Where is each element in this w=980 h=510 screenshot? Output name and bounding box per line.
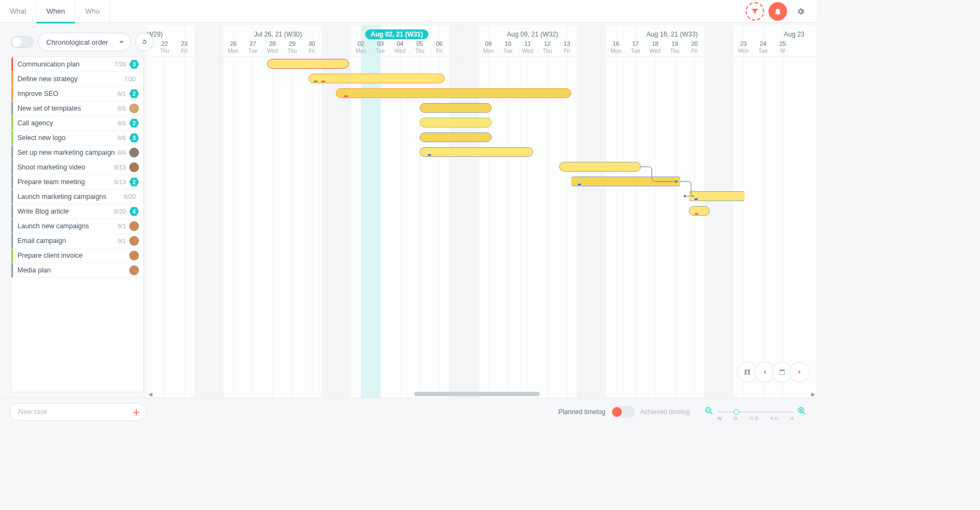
gantt-bar[interactable] — [336, 88, 571, 98]
zoom-out-icon — [704, 406, 714, 416]
task-row[interactable]: Call agency8/62 — [11, 116, 143, 131]
zoom-in-button[interactable] — [797, 406, 807, 417]
gantt-bar[interactable] — [420, 147, 533, 157]
task-date: 7/28 — [114, 61, 126, 68]
settings-button[interactable] — [791, 2, 810, 21]
task-name: Email campaign — [13, 237, 118, 245]
task-row[interactable]: Communication plan7/283 — [11, 57, 143, 72]
zoom-slider-thumb[interactable] — [734, 409, 739, 415]
tab-who[interactable]: Who — [75, 0, 110, 23]
gantt-bar[interactable] — [267, 59, 349, 69]
week-label: Jul 26, 21 (W30) — [254, 31, 302, 38]
task-row[interactable]: Improve SEO8/12 — [11, 87, 143, 101]
gantt-bar[interactable] — [689, 206, 710, 216]
gantt-bar[interactable] — [420, 103, 492, 113]
gantt-row — [147, 160, 816, 174]
gantt-bar[interactable] — [559, 162, 641, 172]
timelog-switch[interactable] — [611, 406, 635, 418]
gantt-rows — [147, 57, 816, 389]
task-name: Communication plan — [13, 60, 114, 68]
sort-select[interactable]: Chronological order — [38, 33, 131, 51]
timeline[interactable]: W29)Jul 26, 21 (W30)Aug 02, 21 (W31)Aug … — [147, 25, 816, 398]
tab-who-label: Who — [85, 7, 100, 15]
timeline-hscroll[interactable]: ◀ ▶ — [147, 390, 816, 398]
zoom-tick-label: ½ D — [749, 416, 759, 421]
task-badge: 2 — [129, 89, 139, 99]
day-column: 06Fri — [429, 40, 449, 54]
task-name: Prepare client invoice — [13, 252, 126, 259]
gantt-bar[interactable] — [571, 177, 680, 186]
day-column: 27Tue — [243, 40, 263, 54]
task-row[interactable]: Write Blog article8/204 — [11, 204, 143, 219]
gantt-bar[interactable] — [420, 118, 492, 127]
task-row[interactable]: New set of templates8/6 — [11, 101, 143, 116]
day-column: 20Fri — [685, 40, 704, 54]
zoom-slider[interactable]: WD½ D4 HH — [717, 411, 794, 412]
task-date: 8/13 — [114, 179, 126, 185]
plus-icon[interactable]: ＋ — [131, 405, 141, 418]
gantt-bar[interactable] — [420, 132, 492, 142]
task-name: Set up new marketing campaign — [13, 149, 118, 156]
day-column: 24Tue — [753, 40, 773, 54]
task-name: Launch new campaigns — [13, 222, 118, 230]
zoom-tick-label: W — [717, 416, 722, 421]
task-badge: 2 — [129, 177, 139, 187]
task-row[interactable]: Prepare team meeting8/132 — [11, 175, 143, 190]
gantt-row — [147, 145, 816, 160]
task-row[interactable]: Shoot marketing video8/13 — [11, 160, 143, 175]
tab-what[interactable]: What — [0, 0, 37, 23]
sidebar: Communication plan7/283Define new strate… — [0, 25, 147, 398]
gantt-row — [147, 204, 816, 218]
notifications-button[interactable] — [769, 2, 787, 21]
new-task-input[interactable] — [18, 408, 131, 416]
tab-when-label: When — [46, 7, 65, 15]
map-icon — [743, 368, 751, 376]
new-task-field[interactable]: ＋ — [10, 403, 146, 421]
chevron-left-icon — [761, 368, 769, 376]
sidebar-toggle[interactable] — [11, 36, 34, 48]
day-column: 28Wed — [263, 40, 282, 54]
task-row[interactable]: Media plan — [11, 263, 143, 278]
task-row[interactable]: Launch new campaigns9/1 — [11, 219, 143, 234]
day-column: 25W — [773, 40, 793, 54]
gantt-row — [147, 263, 816, 277]
task-row[interactable]: Select new logo8/63 — [11, 131, 143, 145]
task-list: Communication plan7/283Define new strate… — [11, 57, 144, 392]
bell-icon — [773, 7, 782, 16]
task-row[interactable]: Launch marketing campaigns8/20 — [11, 190, 143, 204]
gantt-row — [147, 189, 816, 204]
day-column: 23Mon — [734, 40, 753, 54]
hscroll-thumb[interactable] — [414, 392, 540, 396]
refresh-icon — [141, 38, 148, 46]
task-badge: 2 — [129, 118, 139, 128]
filter-icon — [751, 7, 759, 16]
day-column: 03Tue — [371, 40, 390, 54]
refresh-button[interactable] — [135, 33, 154, 51]
task-name: Prepare team meeting — [13, 178, 114, 186]
chevron-right-icon — [796, 368, 803, 376]
task-name: Write Blog article — [13, 208, 114, 215]
day-column: 19Thu — [665, 40, 685, 54]
task-date: 8/1 — [118, 90, 126, 97]
nav-next-button[interactable] — [789, 362, 810, 382]
task-date: 7/30 — [124, 76, 136, 82]
task-row[interactable]: Prepare client invoice — [11, 248, 143, 263]
day-column: 26Mon — [223, 40, 243, 54]
task-name: Define new strategy — [13, 75, 124, 83]
tab-when[interactable]: When — [37, 0, 75, 23]
task-name: Improve SEO — [13, 90, 118, 98]
gantt-bar[interactable] — [689, 191, 745, 201]
gear-icon — [796, 7, 805, 16]
filter-button[interactable] — [746, 2, 764, 21]
task-row[interactable]: Set up new marketing campaign8/6 — [11, 145, 143, 160]
task-badge: 4 — [129, 207, 139, 216]
avatar — [129, 104, 139, 113]
timelog-toggle: Planned timelog Achieved timelog — [559, 406, 690, 418]
calendar-icon — [778, 368, 786, 376]
sort-select-label: Chronological order — [46, 38, 108, 46]
day-column: 22Thu — [155, 40, 174, 54]
task-row[interactable]: Define new strategy7/30 — [11, 72, 143, 87]
zoom-out-button[interactable] — [704, 406, 714, 417]
task-row[interactable]: Email campaign9/1 — [11, 234, 143, 248]
gantt-bar[interactable] — [308, 74, 445, 83]
